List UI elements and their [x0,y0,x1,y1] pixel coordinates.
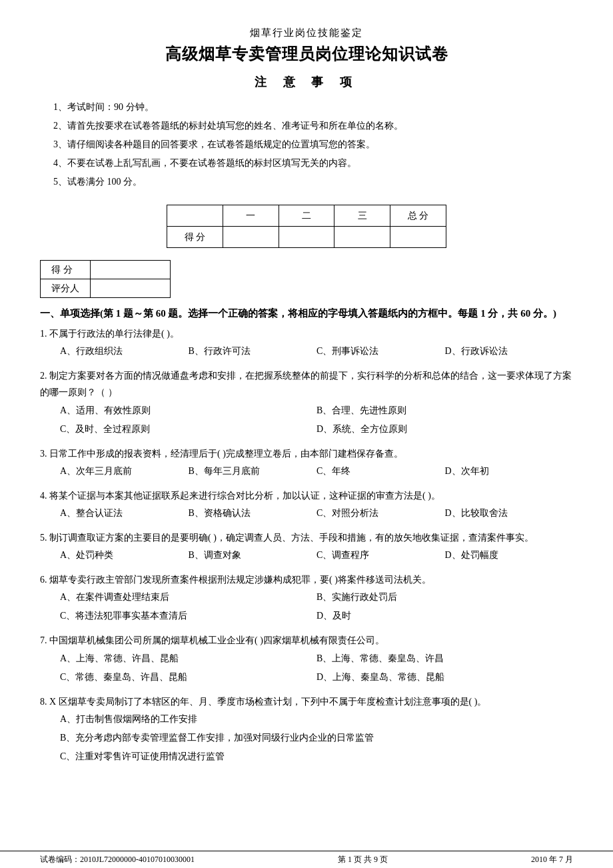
question-7-num: 7. [40,635,47,645]
notice-item-3: 3、请仔细阅读各种题目的回答要求，在试卷答题纸规定的位置填写您的答案。 [53,135,573,154]
notice-item-5: 5、试卷满分 100 分。 [53,173,573,191]
question-7: 7. 中国烟草机械集团公司所属的烟草机械工业企业有( )四家烟草机械有限责任公司… [40,632,573,686]
question-5-num: 5. [40,533,47,543]
question-4-text: 将某个证据与本案其他证据联系起来进行综合对比分析，加以认证，这种证据的审查方法是… [49,491,440,501]
q7-opt-d: D、上海、秦皇岛、常德、昆船 [316,668,573,687]
section1-title: 一、单项选择(第 1 题～第 60 题。选择一个正确的答案，将相应的字母填入答题… [40,307,573,320]
q5-opt-b: B、调查对象 [189,546,317,565]
q6-opt-c: C、将违法犯罪事实基本查清后 [60,607,316,625]
question-3-options: A、次年三月底前 B、每年三月底前 C、年终 D、次年初 [60,462,573,481]
q8-opt-b: B、充分考虑内部专卖管理监督工作安排，加强对同级行业内企业的日常监管 [60,729,573,747]
q7-opt-b: B、上海、常德、秦皇岛、许昌 [316,649,573,668]
question-1-num: 1. [40,329,47,339]
question-3: 3. 日常工作中形成的报表资料，经清理后于( )完成整理立卷后，由本部门建档保存… [40,445,573,481]
q3-opt-d: D、次年初 [445,462,574,481]
question-1: 1. 不属于行政法的单行法律是( )。 A、行政组织法 B、行政许可法 C、刑事… [40,325,573,361]
q1-opt-b: B、行政许可法 [189,342,317,361]
small-score-label: 得 分 [41,261,91,279]
question-4: 4. 将某个证据与本案其他证据联系起来进行综合对比分析，加以认证，这种证据的审查… [40,487,573,523]
score-header-1: 一 [223,205,279,227]
question-6-options: A、在案件调查处理结束后 B、实施行政处罚后 C、将违法犯罪事实基本查清后 D、… [60,588,573,625]
score-row-label: 得 分 [167,227,223,248]
question-3-text: 日常工作中形成的报表资料，经清理后于( )完成整理立卷后，由本部门建档保存备查。 [49,449,403,459]
q1-opt-a: A、行政组织法 [60,342,189,361]
question-6-num: 6. [40,575,47,585]
question-2-text: 制定方案要对各方面的情况做通盘考虑和安排，在把握系统整体的前提下，实行科学的分析… [40,371,572,397]
q4-opt-a: A、整合认证法 [60,504,189,523]
footer: 试卷编码：2010JL72000000-40107010030001 第 1 页… [0,851,613,868]
score-cell-total [390,227,446,248]
q5-opt-d: D、处罚幅度 [445,546,574,565]
score-header-2: 二 [279,205,334,227]
notice-item-1: 1、考试时间：90 分钟。 [53,98,573,117]
question-7-text: 中国烟草机械集团公司所属的烟草机械工业企业有( )四家烟草机械有限责任公司。 [49,635,384,645]
question-1-text: 不属于行政法的单行法律是( )。 [49,329,179,339]
q7-opt-c: C、常德、秦皇岛、许昌、昆船 [60,668,316,687]
question-2: 2. 制定方案要对各方面的情况做通盘考虑和安排，在把握系统整体的前提下，实行科学… [40,367,573,438]
small-reviewer-value [91,279,171,298]
q4-opt-b: B、资格确认法 [189,504,317,523]
score-cell-1 [223,227,279,248]
q2-opt-d: D、系统、全方位原则 [316,420,573,439]
score-cell-3 [334,227,390,248]
header: 烟草行业岗位技能鉴定 高级烟草专卖管理员岗位理论知识试卷 注 意 事 项 [40,27,573,90]
score-header-total: 总 分 [390,205,446,227]
score-cell-2 [279,227,334,248]
question-6: 6. 烟草专卖行政主管部门发现所查案件根据刑法规定涉嫌构成犯罪，要( )将案件移… [40,571,573,625]
score-table: 一 二 三 总 分 得 分 [167,205,446,248]
main-title: 高级烟草专卖管理员岗位理论知识试卷 [40,43,573,65]
footer-code: 试卷编码：2010JL72000000-40107010030001 [40,854,195,865]
question-6-text: 烟草专卖行政主管部门发现所查案件根据刑法规定涉嫌构成犯罪，要( )将案件移送司法… [49,575,431,585]
question-2-num: 2. [40,371,47,381]
small-reviewer-label: 评分人 [41,279,91,298]
q3-opt-b: B、每年三月底前 [189,462,317,481]
q4-opt-c: C、对照分析法 [316,504,445,523]
score-header-3: 三 [334,205,390,227]
question-2-options: A、适用、有效性原则 B、合理、先进性原则 C、及时、全过程原则 D、系统、全方… [60,401,573,439]
q5-opt-a: A、处罚种类 [60,546,189,565]
small-score-area: 得 分 评分人 [40,260,573,298]
q7-opt-a: A、上海、常德、许昌、昆船 [60,649,316,668]
notice-item-2: 2、请首先按要求在试卷答题纸的标封处填写您的姓名、准考证号和所在单位的名称。 [53,117,573,135]
q1-opt-c: C、刑事诉讼法 [316,342,445,361]
question-3-num: 3. [40,449,47,459]
q3-opt-c: C、年终 [316,462,445,481]
question-8-options: A、打击制售假烟网络的工作安排 B、充分考虑内部专卖管理监督工作安排，加强对同级… [60,710,573,766]
question-5: 5. 制订调查取证方案的主要目的是要明确( )，确定调查人员、方法、手段和措施，… [40,529,573,565]
question-8-num: 8. [40,697,47,707]
q6-opt-a: A、在案件调查处理结束后 [60,588,316,607]
q3-opt-a: A、次年三月底前 [60,462,189,481]
question-1-options: A、行政组织法 B、行政许可法 C、刑事诉讼法 D、行政诉讼法 [60,342,573,361]
notice-item-4: 4、不要在试卷上乱写乱画，不要在试卷答题纸的标封区填写无关的内容。 [53,154,573,173]
question-8: 8. X 区烟草专卖局制订了本辖区的年、月、季度市场检查计划，下列中不属于年度检… [40,693,573,766]
question-5-text: 制订调查取证方案的主要目的是要明确( )，确定调查人员、方法、手段和措施，有的放… [49,533,534,543]
q8-opt-a: A、打击制售假烟网络的工作安排 [60,710,573,729]
small-score-value [91,261,171,279]
question-4-num: 4. [40,491,47,501]
notice-list: 1、考试时间：90 分钟。 2、请首先按要求在试卷答题纸的标封处填写您的姓名、准… [53,98,573,191]
q8-opt-c: C、注重对零售许可证使用情况进行监管 [60,747,573,766]
q6-opt-d: D、及时 [316,607,573,625]
q2-opt-a: A、适用、有效性原则 [60,401,316,420]
question-8-text: X 区烟草专卖局制订了本辖区的年、月、季度市场检查计划，下列中不属于年度检查计划… [49,697,486,707]
question-5-options: A、处罚种类 B、调查对象 C、调查程序 D、处罚幅度 [60,546,573,565]
question-7-options: A、上海、常德、许昌、昆船 B、上海、常德、秦皇岛、许昌 C、常德、秦皇岛、许昌… [60,649,573,687]
score-header-empty [167,205,223,227]
small-score-table: 得 分 评分人 [40,260,171,298]
q1-opt-d: D、行政诉讼法 [445,342,574,361]
footer-date: 2010 年 7 月 [531,854,573,865]
question-4-options: A、整合认证法 B、资格确认法 C、对照分析法 D、比较取舍法 [60,504,573,523]
q6-opt-b: B、实施行政处罚后 [316,588,573,607]
score-table-container: 一 二 三 总 分 得 分 [40,205,573,248]
notice-title: 注 意 事 项 [40,74,573,90]
q2-opt-b: B、合理、先进性原则 [316,401,573,420]
sub-title: 烟草行业岗位技能鉴定 [40,27,573,39]
q2-opt-c: C、及时、全过程原则 [60,420,316,439]
q5-opt-c: C、调查程序 [316,546,445,565]
q4-opt-d: D、比较取舍法 [445,504,574,523]
footer-page: 第 1 页 共 9 页 [338,854,388,865]
